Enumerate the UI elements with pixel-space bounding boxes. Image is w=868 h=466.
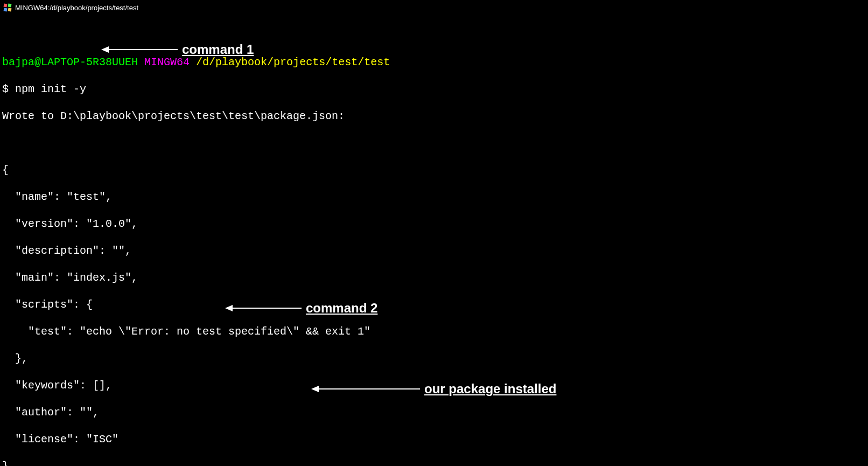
json-line: "author": "", bbox=[2, 406, 866, 419]
json-line: "version": "1.0.0", bbox=[2, 217, 866, 231]
prompt-symbol: $ bbox=[2, 83, 9, 95]
command-line-1: $ npm init -y bbox=[2, 82, 866, 96]
json-line: "test": "echo \"Error: no test specified… bbox=[2, 325, 866, 338]
json-line: }, bbox=[2, 352, 866, 365]
terminal-output[interactable]: bajpa@LAPTOP-5R38UUEH MINGW64 /d/playboo… bbox=[0, 15, 868, 466]
prompt-user: bajpa@LAPTOP-5R38UUEH bbox=[2, 56, 138, 68]
json-line: "name": "test", bbox=[2, 190, 866, 204]
annotation-label: our package installed bbox=[424, 381, 556, 397]
svg-rect-2 bbox=[4, 8, 8, 12]
json-line: "main": "index.js", bbox=[2, 271, 866, 284]
annotation-package-installed: our package installed bbox=[312, 381, 556, 397]
json-line: { bbox=[2, 163, 866, 177]
output-line: Wrote to D:\playbook\projects\test\test\… bbox=[2, 109, 866, 123]
arrow-left-icon bbox=[312, 388, 420, 390]
svg-rect-1 bbox=[8, 4, 12, 8]
arrow-left-icon bbox=[226, 308, 302, 309]
svg-rect-0 bbox=[4, 4, 8, 8]
mingw-icon bbox=[3, 3, 12, 12]
prompt-path: /d/playbook/projects/test/test bbox=[196, 56, 390, 68]
prompt-line-1: bajpa@LAPTOP-5R38UUEH MINGW64 /d/playboo… bbox=[2, 55, 866, 69]
annotation-label: command 1 bbox=[182, 42, 254, 57]
window-titlebar: MINGW64:/d/playbook/projects/test/test bbox=[0, 0, 868, 15]
json-line: } bbox=[2, 460, 866, 466]
command-text: npm init -y bbox=[15, 83, 86, 95]
annotation-command-1: command 1 bbox=[102, 42, 254, 57]
prompt-shell: MINGW64 bbox=[144, 56, 190, 68]
svg-rect-3 bbox=[8, 8, 12, 12]
json-line: "license": "ISC" bbox=[2, 433, 866, 446]
json-line: "scripts": { bbox=[2, 298, 866, 311]
json-line: "description": "", bbox=[2, 244, 866, 258]
window-title: MINGW64:/d/playbook/projects/test/test bbox=[15, 4, 138, 12]
arrow-left-icon bbox=[102, 49, 178, 50]
annotation-command-2: command 2 bbox=[226, 301, 377, 316]
annotation-label: command 2 bbox=[306, 301, 377, 316]
